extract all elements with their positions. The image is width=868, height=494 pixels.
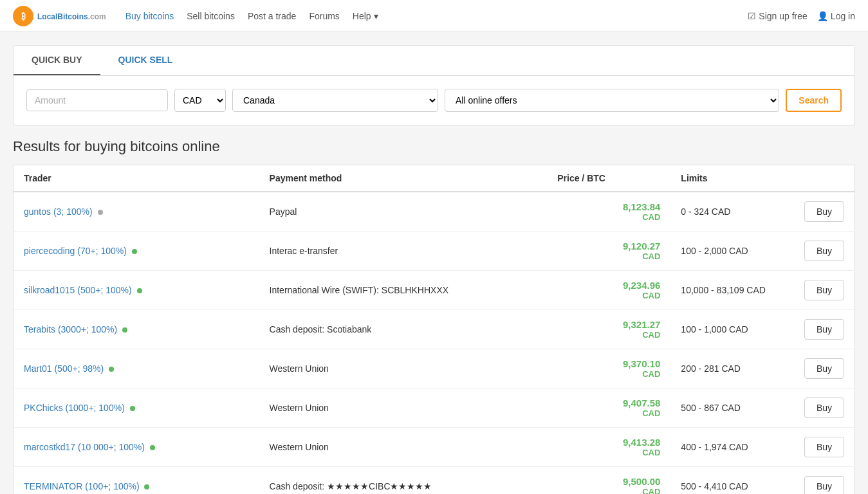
status-dot [130, 406, 135, 411]
payment-cell: Western Union [259, 428, 548, 467]
navbar: ₿ LocalBitcoins.com Buy bitcoins Sell bi… [0, 0, 868, 32]
trader-cell: silkroad1015 (500+; 100%) [14, 271, 259, 310]
panel-tabs: QUICK BUY QUICK SELL [14, 46, 854, 76]
action-cell: Buy [794, 310, 855, 349]
action-cell: Buy [794, 271, 855, 310]
nav-forums[interactable]: Forums [309, 11, 339, 21]
offers-select[interactable]: All online offers Paypal Interac e-trans… [445, 89, 779, 112]
limits-cell: 500 - 867 CAD [670, 389, 794, 428]
login-button[interactable]: 👤 Log in [817, 11, 855, 21]
price-currency: CAD [557, 448, 660, 457]
amount-input[interactable] [26, 89, 168, 111]
trader-cell: TERMINATOR (100+; 100%) [14, 467, 259, 495]
table-row: guntos (3; 100%) Paypal 8,123.84 CAD 0 -… [14, 192, 855, 232]
price-cell: 9,413.28 CAD [547, 428, 670, 467]
status-dot [98, 210, 103, 215]
payment-cell: Cash deposit: ★★★★★CIBC★★★★★ [259, 467, 548, 495]
nav-sell-bitcoins[interactable]: Sell bitcoins [187, 11, 235, 21]
action-cell: Buy [794, 349, 855, 389]
check-icon: ☑ [748, 11, 756, 21]
payment-cell: Cash deposit: Scotiabank [259, 310, 548, 349]
payment-cell: Paypal [259, 192, 548, 232]
payment-cell: Western Union [259, 389, 548, 428]
col-header-limits: Limits [670, 165, 794, 192]
table-row: Mart01 (500+; 98%) Western Union 9,370.1… [14, 349, 855, 389]
buy-button[interactable]: Buy [804, 241, 844, 261]
currency-select[interactable]: CAD USD EUR GBP [174, 89, 226, 112]
price-cell: 9,234.96 CAD [547, 271, 670, 310]
search-button[interactable]: Search [786, 89, 842, 112]
panel-body: CAD USD EUR GBP Canada United States Uni… [14, 76, 854, 125]
quick-panel: QUICK BUY QUICK SELL CAD USD EUR GBP Can… [13, 45, 855, 125]
status-dot [150, 445, 155, 450]
table-row: silkroad1015 (500+; 100%) International … [14, 271, 855, 310]
limits-cell: 200 - 281 CAD [670, 349, 794, 389]
price-cell: 8,123.84 CAD [547, 192, 670, 232]
col-header-action [794, 165, 855, 192]
buy-button[interactable]: Buy [804, 358, 844, 379]
col-header-payment: Payment method [259, 165, 548, 192]
trader-cell: piercecoding (70+; 100%) [14, 232, 259, 271]
status-dot [132, 249, 137, 254]
trader-link[interactable]: TERMINATOR (100+; 100%) [24, 481, 140, 491]
buy-button[interactable]: Buy [804, 398, 844, 418]
nav-links: Buy bitcoins Sell bitcoins Post a trade … [125, 11, 748, 21]
nav-post-trade[interactable]: Post a trade [248, 11, 297, 21]
user-icon: 👤 [817, 11, 828, 21]
signup-button[interactable]: ☑ Sign up free [748, 11, 808, 21]
col-header-trader: Trader [14, 165, 259, 192]
svg-text:₿: ₿ [21, 12, 26, 21]
trader-cell: Mart01 (500+; 98%) [14, 349, 259, 389]
results-title: Results for buying bitcoins online [13, 138, 855, 155]
trader-link[interactable]: piercecoding (70+; 100%) [24, 246, 127, 256]
limits-cell: 500 - 4,410 CAD [670, 467, 794, 495]
price-value: 9,370.10 [623, 358, 660, 369]
status-dot [144, 484, 149, 489]
results-table: Trader Payment method Price / BTC Limits… [13, 165, 855, 494]
tab-quick-sell[interactable]: QUICK SELL [100, 46, 191, 75]
buy-button[interactable]: Buy [804, 319, 844, 340]
buy-button[interactable]: Buy [804, 437, 844, 457]
country-select[interactable]: Canada United States United Kingdom Aust… [232, 89, 438, 112]
nav-buy-bitcoins[interactable]: Buy bitcoins [125, 11, 174, 21]
nav-help[interactable]: Help ▾ [353, 11, 378, 21]
price-cell: 9,321.27 CAD [547, 310, 670, 349]
trader-link[interactable]: silkroad1015 (500+; 100%) [24, 285, 132, 295]
limits-cell: 100 - 1,000 CAD [670, 310, 794, 349]
trader-cell: guntos (3; 100%) [14, 192, 259, 232]
trader-link[interactable]: marcostkd17 (10 000+; 100%) [24, 442, 145, 452]
trader-cell: marcostkd17 (10 000+; 100%) [14, 428, 259, 467]
price-currency: CAD [557, 291, 660, 300]
trader-link[interactable]: PKChicks (1000+; 100%) [24, 403, 125, 413]
action-cell: Buy [794, 232, 855, 271]
payment-cell: Western Union [259, 349, 548, 389]
price-cell: 9,370.10 CAD [547, 349, 670, 389]
trader-link[interactable]: Mart01 (500+; 98%) [24, 363, 104, 374]
price-value: 9,413.28 [623, 437, 660, 448]
col-header-price: Price / BTC [547, 165, 670, 192]
table-row: marcostkd17 (10 000+; 100%) Western Unio… [14, 428, 855, 467]
limits-cell: 400 - 1,974 CAD [670, 428, 794, 467]
trader-link[interactable]: guntos (3; 100%) [24, 206, 93, 217]
price-value: 9,407.58 [623, 398, 660, 408]
buy-button[interactable]: Buy [804, 280, 844, 300]
tab-quick-buy[interactable]: QUICK BUY [14, 46, 100, 75]
buy-button[interactable]: Buy [804, 476, 844, 494]
buy-button[interactable]: Buy [804, 201, 844, 222]
action-cell: Buy [794, 389, 855, 428]
logo-icon: ₿ [13, 6, 33, 26]
table-header: Trader Payment method Price / BTC Limits [14, 165, 855, 192]
trader-link[interactable]: Terabits (3000+; 100%) [24, 324, 117, 334]
payment-cell: Interac e-transfer [259, 232, 548, 271]
status-dot [122, 327, 127, 333]
table-row: piercecoding (70+; 100%) Interac e-trans… [14, 232, 855, 271]
action-cell: Buy [794, 428, 855, 467]
price-cell: 9,500.00 CAD [547, 467, 670, 495]
payment-cell: International Wire (SWIFT): SCBLHKHHXXX [259, 271, 548, 310]
status-dot [109, 367, 114, 372]
price-currency: CAD [557, 487, 660, 494]
price-currency: CAD [557, 252, 660, 261]
price-value: 8,123.84 [623, 201, 660, 212]
price-currency: CAD [557, 330, 660, 340]
logo: ₿ LocalBitcoins.com [13, 6, 106, 26]
